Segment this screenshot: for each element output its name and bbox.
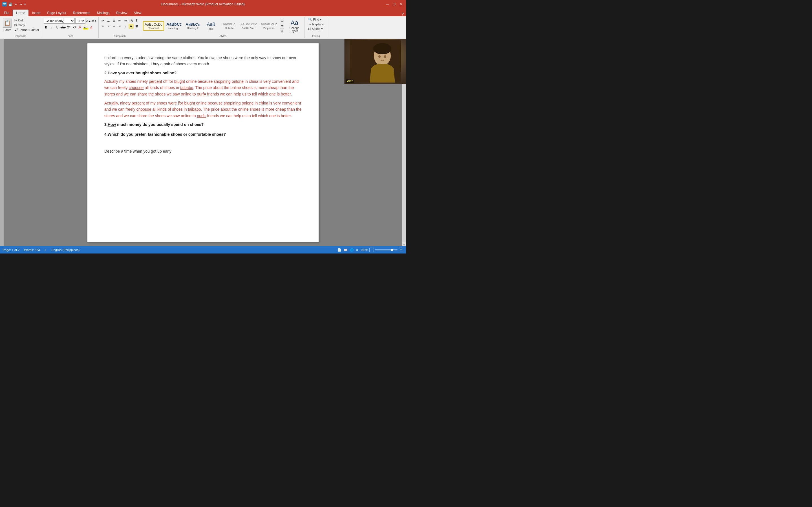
text-effects-button[interactable]: A <box>78 25 83 30</box>
tab-file[interactable]: File <box>1 10 13 16</box>
copy-button[interactable]: ⧉ Copy <box>13 23 40 27</box>
styles-scroll-up[interactable]: ▲ <box>280 19 284 23</box>
tab-review[interactable]: Review <box>113 10 131 16</box>
percent1: percent <box>149 79 162 83</box>
scroll-down-arrow[interactable]: ▼ <box>402 242 406 246</box>
justify-button[interactable]: ≡ <box>117 24 122 29</box>
title-bar: W 💾 ↩ ↪ ▾ Document1 - Microsoft Word (Pr… <box>0 0 406 8</box>
line-spacing-button[interactable]: ↕ <box>123 24 128 29</box>
editing-group: 🔍 Find ▾ ↔ Replace ⊡ Select ▾ Editing <box>305 17 327 38</box>
undo-btn[interactable]: ↩ <box>14 3 18 6</box>
sort-button[interactable]: ↕A <box>129 18 134 23</box>
increase-font-btn[interactable]: A▲ <box>86 18 91 23</box>
tab-view[interactable]: View <box>131 10 145 16</box>
font-size-select[interactable]: 11 <box>75 18 86 24</box>
document-container: uniform so every students wearing the sa… <box>0 39 406 246</box>
q2-heading: 2.Have you ever bought shoes online? <box>104 70 302 76</box>
webcam-person-svg <box>350 40 401 82</box>
copy-icon: ⧉ <box>14 23 17 27</box>
italic-button[interactable]: I <box>49 25 54 30</box>
tab-insert[interactable]: Insert <box>29 10 44 16</box>
onlone1: onlone <box>232 79 244 83</box>
strikethrough-button[interactable]: abc <box>61 25 66 30</box>
bold-button[interactable]: B <box>44 25 49 30</box>
style-normal[interactable]: AaBbCcDc ¶ Normal <box>143 21 164 31</box>
zoom-in-btn[interactable]: + <box>399 247 403 252</box>
style-emphasis[interactable]: AaBbCcDc Emphasis <box>259 21 278 30</box>
style-emphasis-preview: AaBbCcDc <box>260 22 277 26</box>
status-right: 📄 📖 🌐 ≡ 140% − + <box>338 247 403 252</box>
style-subtle-emphasis[interactable]: AaBbCcDc Subtle Em... <box>239 21 259 30</box>
font-row2: B I U abc X2 X2 A ab A <box>44 25 97 30</box>
view-normal-icon[interactable]: 📄 <box>338 248 342 252</box>
taibabo1: taibabo <box>180 86 193 90</box>
style-subtitle-name: Subtitle <box>225 27 234 30</box>
style-subtitle[interactable]: AaBbCc. Subtitle <box>221 21 238 30</box>
body-para1: Actually my shoes ninety percent off for… <box>104 78 302 97</box>
view-outline-icon[interactable]: ≡ <box>356 248 358 251</box>
increase-indent-button[interactable]: ⇥ <box>123 18 128 23</box>
font-family-select[interactable]: Calibri (Body) <box>44 18 75 24</box>
customize-btn[interactable]: ▾ <box>24 3 27 6</box>
style-emphasis-name: Emphasis <box>263 27 274 30</box>
style-normal-name: ¶ Normal <box>148 27 158 30</box>
show-formatting-button[interactable]: ¶ <box>134 18 139 23</box>
format-painter-icon: 🖌 <box>14 28 18 32</box>
superscript-button[interactable]: X2 <box>72 25 77 30</box>
find-button[interactable]: 🔍 Find ▾ <box>307 17 324 22</box>
help-icon[interactable]: ? <box>402 12 404 16</box>
shading-button[interactable]: A <box>129 24 134 29</box>
save-btn[interactable]: 💾 <box>8 3 13 6</box>
styles-more[interactable]: ⊞ <box>280 29 284 33</box>
tab-mailings[interactable]: Mailings <box>94 10 113 16</box>
font-color-button[interactable]: A <box>89 25 94 30</box>
styles-scroll-down[interactable]: ▼ <box>280 24 284 28</box>
underline-button[interactable]: U <box>55 25 60 30</box>
close-btn[interactable]: ✕ <box>398 2 404 6</box>
bullets-button[interactable]: ≡• <box>100 18 105 23</box>
subscript-button[interactable]: X2 <box>66 25 71 30</box>
zoom-out-btn[interactable]: − <box>369 247 374 252</box>
style-heading1[interactable]: AaBbCc Heading 1 <box>165 21 183 31</box>
zoom-slider-thumb <box>391 249 393 251</box>
highlight-button[interactable]: ab <box>83 25 88 30</box>
numbering-button[interactable]: 1. <box>106 18 111 23</box>
align-center-button[interactable]: ≡ <box>106 24 111 29</box>
webcam-timestamp: ●REC <box>346 79 354 83</box>
format-painter-button[interactable]: 🖌 Format Painter <box>13 27 40 32</box>
document-page[interactable]: uniform so every students wearing the sa… <box>87 43 319 242</box>
intro-paragraph: uniform so every students wearing the sa… <box>104 55 302 67</box>
decrease-indent-button[interactable]: ⇤ <box>117 18 122 23</box>
style-normal-preview: AaBbCcDc <box>145 22 163 27</box>
change-styles-button[interactable]: Aa ChangeStyles <box>286 18 303 34</box>
clipboard-label: Clipboard <box>0 35 42 38</box>
cut-button[interactable]: ✂ Cut <box>13 18 40 22</box>
replace-button[interactable]: ↔ Replace <box>307 22 324 26</box>
biught1: biught <box>174 79 185 83</box>
style-heading2[interactable]: AaBbCc Heading 2 <box>184 21 202 31</box>
blank-space <box>104 140 302 148</box>
align-right-button[interactable]: ≡ <box>112 24 117 29</box>
choosoe2: choosoe <box>137 107 151 112</box>
q4-underlined: Which <box>108 132 119 136</box>
select-button[interactable]: ⊡ Select ▾ <box>307 27 324 31</box>
minimize-btn[interactable]: — <box>385 2 390 6</box>
multilevel-list-button[interactable]: ⊞ <box>112 18 117 23</box>
find-replace-group: 🔍 Find ▾ ↔ Replace ⊡ Select ▾ <box>307 17 324 35</box>
view-web-icon[interactable]: 🌐 <box>350 248 354 252</box>
view-reading-icon[interactable]: 📖 <box>344 248 348 252</box>
tab-references[interactable]: References <box>70 10 94 16</box>
redo-btn[interactable]: ↪ <box>19 3 22 6</box>
tab-page-layout[interactable]: Page Layout <box>44 10 69 16</box>
paragraph-group: ≡• 1. ⊞ ⇤ ⇥ ↕A ¶ ≡ ≡ ≡ ≡ ↕ A ⊞ Paragraph <box>99 17 141 38</box>
zoom-slider[interactable] <box>375 249 398 250</box>
quick-access-toolbar: W 💾 ↩ ↪ ▾ <box>2 2 27 6</box>
borders-button[interactable]: ⊞ <box>134 24 139 29</box>
restore-btn[interactable]: ❐ <box>391 2 397 6</box>
style-title[interactable]: AaB Title <box>202 21 220 31</box>
style-heading1-preview: AaBbCc <box>166 22 182 27</box>
align-left-button[interactable]: ≡ <box>100 24 105 29</box>
tab-home[interactable]: Home <box>13 10 29 16</box>
style-subtitle-preview: AaBbCc. <box>223 22 236 26</box>
decrease-font-btn[interactable]: A▼ <box>92 18 97 23</box>
